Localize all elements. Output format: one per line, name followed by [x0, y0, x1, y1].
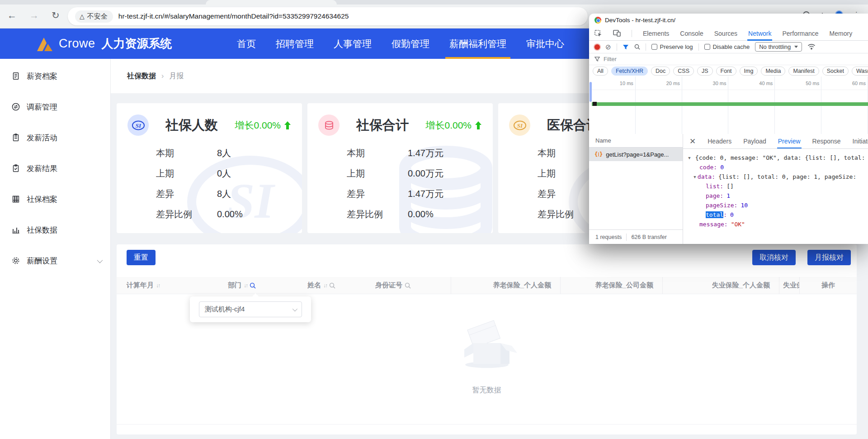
sidebar-item-salary-adjust[interactable]: 调薪管理: [0, 91, 110, 122]
chip-img[interactable]: Img: [740, 67, 758, 76]
disable-cache-checkbox[interactable]: Disable cache: [704, 43, 750, 50]
search-icon[interactable]: [405, 282, 411, 289]
request-row[interactable]: {⁝} getList?page=1&Page...: [589, 148, 683, 161]
close-icon[interactable]: ✕: [689, 137, 696, 146]
sort-icon[interactable]: ↓↑: [323, 282, 327, 289]
sidebar-item-payroll-activity[interactable]: 发薪活动: [0, 122, 110, 153]
throttling-select[interactable]: No throttling: [755, 42, 802, 52]
column-label: 失业保险_公司金额: [783, 281, 799, 290]
brand[interactable]: Crowe 人力资源系统: [35, 29, 172, 59]
chevron-down-icon: [97, 257, 103, 263]
details-tab-response[interactable]: Response: [812, 134, 841, 149]
empty-state: 暂无数据: [117, 317, 857, 395]
chip-media[interactable]: Media: [761, 67, 785, 76]
timeline-tick: 60 ms: [821, 76, 868, 90]
devtools-tab-console[interactable]: Console: [680, 26, 703, 41]
json-line[interactable]: ▼data:{list: [], total: 0, page: 1, page…: [688, 172, 868, 181]
expander-icon[interactable]: ▼: [693, 173, 696, 180]
search-icon[interactable]: [250, 282, 256, 289]
preserve-log-checkbox[interactable]: Preserve log: [651, 43, 693, 50]
overview-grip[interactable]: [590, 82, 592, 102]
sort-icon[interactable]: ↓↑: [244, 282, 247, 289]
column-header-clipped[interactable]: 失业保险_公司金额: [779, 277, 799, 294]
cancel-check-button[interactable]: 取消核对: [752, 250, 796, 265]
details-tab-initiator[interactable]: Initiator: [853, 134, 868, 149]
devtools-tab-network[interactable]: Network: [748, 26, 771, 41]
requests-name-header[interactable]: Name: [589, 134, 683, 148]
column-header-calc-month[interactable]: 计算年月 ↓↑: [117, 277, 228, 294]
inspect-element-icon[interactable]: [594, 30, 602, 37]
sidebar-item-salary-archive[interactable]: 薪资档案: [0, 61, 110, 91]
column-header-id-number[interactable]: 身份证号: [375, 277, 451, 294]
devtools-tab-memory[interactable]: Memory: [830, 26, 853, 41]
column-header-pension-personal[interactable]: 养老保险_个人金额: [451, 277, 560, 294]
chip-css[interactable]: CSS: [673, 67, 694, 76]
nav-item-recruit[interactable]: 招聘管理: [276, 29, 314, 59]
chip-manifest[interactable]: Manifest: [788, 67, 819, 76]
details-tab-payload[interactable]: Payload: [743, 134, 766, 149]
nav-item-attendance[interactable]: 假勤管理: [392, 29, 429, 59]
card-title: 社保合计: [356, 116, 409, 134]
breadcrumb-page: 月报: [169, 72, 184, 81]
nav-item-hr[interactable]: 人事管理: [334, 29, 372, 59]
browser-tab[interactable]: [206, 0, 337, 5]
device-toolbar-icon[interactable]: [613, 30, 621, 37]
chip-all[interactable]: All: [593, 67, 608, 76]
department-select[interactable]: 测试机构-cjf4: [199, 301, 302, 317]
disable-cache-label: Disable cache: [713, 43, 750, 50]
chip-wasm[interactable]: Wasm: [852, 67, 868, 76]
devtools-tab-elements[interactable]: Elements: [643, 26, 669, 41]
timeline-overview[interactable]: [589, 90, 868, 134]
details-tab-preview[interactable]: Preview: [778, 134, 801, 149]
sidebar-item-salary-settings[interactable]: 薪酬设置: [0, 245, 110, 276]
month-check-button[interactable]: 月报核对: [807, 250, 851, 265]
column-header-unemployment-personal[interactable]: 失业保险_个人金额: [662, 277, 779, 294]
devtools-window: DevTools - hr-test.zjf-it.cn/ Elements C…: [589, 14, 868, 244]
devtools-titlebar[interactable]: DevTools - hr-test.zjf-it.cn/: [589, 14, 868, 26]
sidebar-item-label: 薪资档案: [27, 71, 57, 81]
reload-icon[interactable]: ↻: [52, 10, 60, 21]
sidebar-item-payroll-result[interactable]: 发薪结果: [0, 153, 110, 184]
nav-item-home[interactable]: 首页: [237, 29, 256, 59]
chip-socket[interactable]: Socket: [822, 67, 849, 76]
chip-font[interactable]: Font: [716, 67, 736, 76]
column-header-pension-company[interactable]: 养老保险_公司金额: [560, 277, 662, 294]
record-icon[interactable]: [594, 44, 600, 50]
search-icon[interactable]: [634, 44, 640, 50]
reset-button[interactable]: 重置: [127, 250, 156, 265]
search-icon[interactable]: [329, 282, 335, 289]
json-line: message:"OK": [688, 220, 868, 229]
address-bar[interactable]: △ 不安全 hr-test.zjf-it.cn/#/salaryManageme…: [68, 7, 588, 25]
nav-item-salary-benefits[interactable]: 薪酬福利管理: [449, 29, 506, 59]
forward-icon[interactable]: →: [29, 10, 39, 21]
security-badge[interactable]: △ 不安全: [75, 10, 113, 23]
sidebar-item-social-archive[interactable]: 社保档案: [0, 184, 110, 215]
devtools-status-bar: 1 requests 626 B transfer: [589, 229, 683, 244]
filter-funnel-icon[interactable]: [623, 44, 629, 50]
breadcrumb-section[interactable]: 社保数据: [127, 72, 156, 81]
filter-input[interactable]: Filter: [604, 56, 617, 62]
clear-icon[interactable]: ⊘: [605, 43, 611, 50]
details-tab-headers[interactable]: Headers: [708, 134, 731, 149]
checkbox-icon: [651, 44, 657, 50]
devtools-tab-sources[interactable]: Sources: [714, 26, 737, 41]
url-text[interactable]: hr-test.zjf-it.cn/#/salaryManagement/mon…: [118, 12, 349, 20]
back-icon[interactable]: ←: [7, 10, 17, 21]
department-select-value: 测试机构-cjf4: [205, 305, 245, 314]
stat-value: 1.47万元: [408, 188, 443, 200]
chip-js[interactable]: JS: [697, 67, 713, 76]
chip-fetch-xhr[interactable]: Fetch/XHR: [611, 67, 648, 76]
nav-item-approval[interactable]: 审批中心: [526, 29, 564, 59]
stat-value: 0.00%: [408, 209, 434, 220]
devtools-tab-performance[interactable]: Performance: [782, 26, 818, 41]
column-header-department[interactable]: 部门 ↓↑: [228, 277, 307, 294]
growth-label: 增长0.00%: [425, 119, 472, 132]
json-root-line[interactable]: ▼{code: 0, message: "OK", data: {list: […: [688, 153, 868, 162]
column-header-operation[interactable]: 操作: [799, 277, 857, 294]
expander-icon[interactable]: ▼: [688, 154, 690, 161]
sidebar-item-social-data[interactable]: 社保数据: [0, 215, 110, 245]
sort-icon[interactable]: ↓↑: [156, 282, 160, 289]
network-conditions-icon[interactable]: [807, 43, 816, 50]
column-header-name[interactable]: 姓名 ↓↑: [307, 277, 375, 294]
chip-doc[interactable]: Doc: [651, 67, 670, 76]
